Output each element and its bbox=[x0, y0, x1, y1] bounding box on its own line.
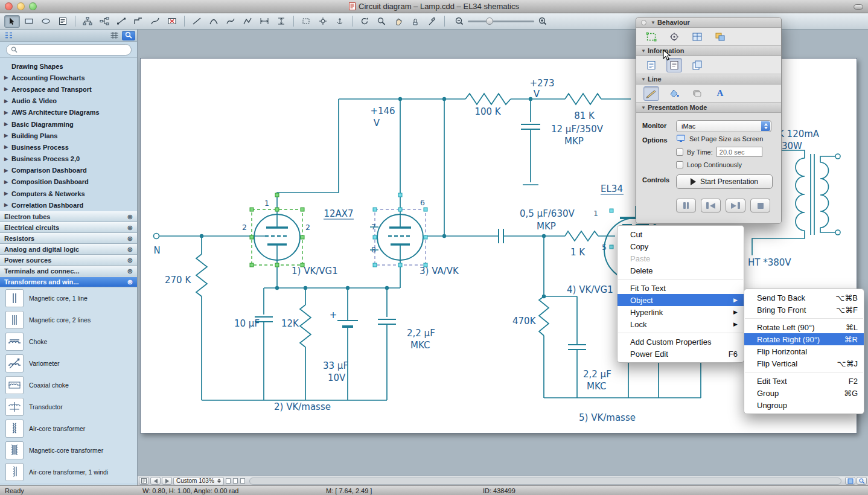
submenu-item-flip-vertical[interactable]: Flip Vertical⌥⌘J bbox=[744, 357, 864, 369]
pause-button[interactable] bbox=[676, 199, 696, 212]
minimize-window-button[interactable] bbox=[17, 2, 25, 10]
text-block-icon[interactable] bbox=[643, 58, 659, 72]
tube-12ax7-triode-1[interactable] bbox=[254, 214, 300, 260]
set-page-size-option[interactable]: Set Page Size as Screen bbox=[676, 135, 775, 142]
page-view-button-3[interactable] bbox=[240, 478, 245, 484]
tube-12ax7-triode-2[interactable] bbox=[370, 214, 423, 260]
by-time-input[interactable] bbox=[716, 147, 762, 157]
table-behaviour-icon[interactable] bbox=[689, 30, 705, 44]
next-page-button[interactable] bbox=[726, 199, 745, 212]
disclosure-triangle-icon[interactable]: ▶ bbox=[4, 191, 11, 196]
search-box[interactable] bbox=[6, 44, 132, 56]
menu-item-hyperlink[interactable]: Hyperlink▶ bbox=[617, 306, 744, 318]
presentation-mode-header[interactable]: ▼Presentation Mode bbox=[636, 103, 781, 113]
library-tree-view-button[interactable] bbox=[2, 31, 15, 40]
section-power-sources[interactable]: Power sources⊗ bbox=[0, 255, 137, 266]
submenu-item-ungroup[interactable]: Ungroup bbox=[744, 399, 864, 411]
stop-button[interactable] bbox=[750, 199, 770, 212]
library-item-aws[interactable]: ▶AWS Architecture Diagrams bbox=[0, 107, 137, 118]
close-section-icon[interactable]: ⊗ bbox=[127, 267, 133, 275]
toolbar-toggle-button[interactable] bbox=[854, 4, 863, 10]
by-time-option[interactable]: By Time: bbox=[676, 147, 775, 157]
section-terminals-connectors[interactable]: Terminals and connec...⊗ bbox=[0, 266, 137, 276]
library-item-audio-video[interactable]: ▶Audio & Video bbox=[0, 95, 137, 107]
format-painter-tool[interactable] bbox=[407, 15, 423, 28]
library-item-basic-diagramming[interactable]: ▶Basic Diagramming bbox=[0, 118, 137, 130]
menu-item-delete[interactable]: Delete bbox=[617, 264, 744, 276]
shape-item-transductor[interactable]: Transductor bbox=[0, 396, 137, 418]
shape-item-air-core-transformer-1-winding[interactable]: Air-core transformer, 1 windi bbox=[0, 461, 137, 483]
submenu-item-flip-horizontal[interactable]: Flip Horizontal bbox=[744, 345, 864, 357]
dimension-vertical-tool[interactable] bbox=[273, 15, 289, 28]
disclosure-triangle-icon[interactable]: ▶ bbox=[4, 110, 11, 115]
library-item-accounting-flowcharts[interactable]: ▶Accounting Flowcharts bbox=[0, 72, 137, 83]
smart-connector-tool[interactable] bbox=[130, 15, 146, 28]
curve-connector-tool[interactable] bbox=[147, 15, 163, 28]
disclosure-triangle-icon[interactable]: ▶ bbox=[4, 86, 11, 92]
snap-tool[interactable] bbox=[298, 15, 314, 28]
menu-item-add-custom-properties[interactable]: Add Custom Properties bbox=[617, 336, 744, 348]
information-header[interactable]: ▼Information bbox=[636, 46, 781, 56]
dropdown-stepper-icon[interactable] bbox=[761, 121, 770, 131]
zoom-stepper-icon[interactable] bbox=[217, 479, 221, 483]
section-resistors[interactable]: Resistors⊗ bbox=[0, 233, 137, 244]
start-presentation-button[interactable]: Start Presentation bbox=[676, 174, 773, 189]
library-item-business-process[interactable]: ▶Business Process bbox=[0, 141, 137, 153]
library-item-composition-dashboard[interactable]: ▶Composition Dashboard bbox=[0, 176, 137, 188]
disclosure-triangle-icon[interactable]: ▶ bbox=[4, 179, 11, 185]
font-icon[interactable]: A bbox=[712, 86, 728, 101]
fit-page-button[interactable] bbox=[845, 477, 855, 485]
tree-connector-tool[interactable] bbox=[80, 15, 95, 28]
grid-view-button[interactable] bbox=[107, 31, 121, 40]
rotate-tool[interactable] bbox=[357, 15, 372, 28]
menu-item-lock[interactable]: Lock▶ bbox=[617, 318, 744, 330]
shape-item-magnetic-core-2[interactable]: Magnetic core, 2 lines bbox=[0, 309, 137, 331]
arrange-shapes-icon[interactable] bbox=[712, 30, 728, 44]
loop-checkbox[interactable] bbox=[676, 161, 683, 168]
shadow-style-icon[interactable] bbox=[689, 86, 705, 101]
previous-page-button[interactable] bbox=[701, 199, 721, 212]
close-section-icon[interactable]: ⊗ bbox=[127, 257, 133, 264]
disclosure-triangle-icon[interactable]: ▶ bbox=[4, 168, 11, 173]
actual-size-button[interactable] bbox=[857, 477, 867, 485]
zoom-level-select[interactable]: Custom 103% bbox=[173, 477, 224, 485]
next-page-nav-button[interactable] bbox=[162, 477, 172, 485]
disclosure-triangle-icon[interactable]: ▶ bbox=[4, 121, 11, 127]
org-connector-tool[interactable] bbox=[97, 15, 112, 28]
horizontal-scrollbar[interactable] bbox=[249, 477, 841, 485]
submenu-item-bring-to-front[interactable]: Bring To Front⌥⌘F bbox=[744, 304, 864, 316]
section-electron-tubes[interactable]: Electron tubes⊗ bbox=[0, 211, 137, 222]
page-view-button-1[interactable] bbox=[226, 478, 231, 484]
close-section-icon[interactable]: ⊗ bbox=[127, 246, 133, 254]
glue-tool[interactable] bbox=[315, 15, 331, 28]
close-section-icon[interactable]: ⊗ bbox=[127, 235, 133, 243]
library-item-drawing-shapes[interactable]: Drawing Shapes bbox=[0, 60, 137, 72]
previous-page-nav-button[interactable] bbox=[150, 477, 161, 485]
line-header[interactable]: ▼Line bbox=[636, 74, 781, 85]
menu-item-fit-to-text[interactable]: Fit To Text bbox=[617, 282, 744, 294]
zoom-slider-track[interactable] bbox=[468, 21, 534, 22]
close-section-icon[interactable]: ⊗ bbox=[127, 278, 133, 286]
shape-item-variometer[interactable]: Variometer bbox=[0, 353, 137, 374]
menu-item-cut[interactable]: Cut bbox=[617, 228, 744, 240]
close-section-icon[interactable]: ⊗ bbox=[127, 213, 133, 221]
submenu-item-rotate-left[interactable]: Rotate Left (90°)⌘L bbox=[744, 321, 864, 333]
close-window-button[interactable] bbox=[5, 2, 13, 10]
loop-option[interactable]: Loop Continuously bbox=[676, 161, 775, 168]
anchor-point-icon[interactable] bbox=[666, 30, 682, 44]
line-style-icon[interactable] bbox=[643, 86, 659, 101]
rectangle-tool[interactable] bbox=[21, 15, 37, 28]
eyedropper-tool[interactable] bbox=[424, 15, 440, 28]
bezier-tool[interactable] bbox=[223, 15, 238, 28]
panel-widget-icon[interactable] bbox=[641, 20, 646, 25]
library-item-aerospace[interactable]: ▶Aerospace and Transport bbox=[0, 83, 137, 95]
search-input[interactable] bbox=[21, 46, 127, 53]
disclosure-triangle-icon[interactable]: ▶ bbox=[4, 156, 11, 162]
anchor-tool[interactable] bbox=[332, 15, 348, 28]
zoom-slider-knob[interactable] bbox=[486, 18, 493, 25]
submenu-item-group[interactable]: Group⌘G bbox=[744, 387, 864, 399]
submenu-item-edit-text[interactable]: Edit TextF2 bbox=[744, 375, 864, 387]
close-section-icon[interactable]: ⊗ bbox=[127, 224, 133, 232]
zoom-tool[interactable] bbox=[374, 15, 389, 28]
dimension-horizontal-tool[interactable] bbox=[257, 15, 272, 28]
